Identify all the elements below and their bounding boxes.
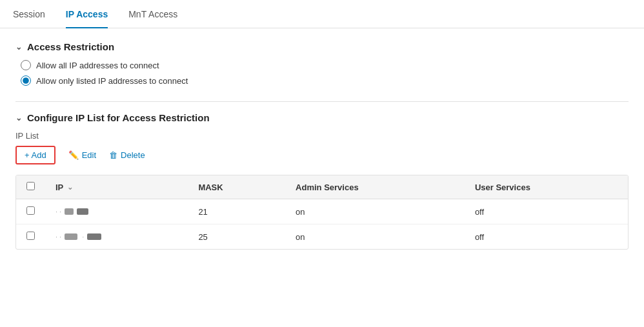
- radio-allow-all[interactable]: Allow all IP addresses to connect: [21, 60, 629, 70]
- ip-list-label: IP List: [15, 131, 629, 141]
- access-radio-group: Allow all IP addresses to connect Allow …: [21, 60, 629, 86]
- ip-dots-3: ·: [82, 233, 84, 241]
- row2-mask: 25: [188, 224, 285, 250]
- row2-user: off: [465, 224, 628, 250]
- row2-checkbox-cell: [16, 224, 45, 250]
- row1-checkbox-cell: [16, 199, 45, 224]
- table-row: · · · 25 on off: [16, 224, 628, 250]
- th-ip[interactable]: IP ⌄: [45, 175, 188, 199]
- ip-list-section: ⌄ Configure IP List for Access Restricti…: [15, 112, 629, 250]
- ip-block-4: [87, 233, 101, 240]
- ip-dot-1: · ·: [55, 208, 61, 215]
- edit-button[interactable]: ✏️ Edit: [68, 150, 96, 160]
- table-header-row: IP ⌄ MASK Admin Services User Services: [16, 175, 628, 199]
- radio-allow-listed[interactable]: Allow only listed IP addresses to connec…: [21, 75, 629, 86]
- tab-ip-access[interactable]: IP Access: [66, 0, 108, 28]
- ip-block-2: [77, 208, 88, 215]
- edit-label: Edit: [82, 150, 96, 160]
- radio-allow-listed-label: Allow only listed IP addresses to connec…: [36, 76, 188, 86]
- add-button[interactable]: + Add: [15, 146, 55, 164]
- pencil-icon: ✏️: [68, 150, 79, 160]
- ip-list-toolbar: + Add ✏️ Edit 🗑 Delete: [15, 146, 629, 164]
- trash-icon: 🗑: [109, 150, 117, 160]
- masked-ip-2: · · ·: [55, 233, 177, 241]
- row2-checkbox[interactable]: [26, 232, 35, 240]
- ip-block-1: [65, 208, 74, 215]
- section-divider: [15, 101, 629, 102]
- access-restriction-section: ⌄ Access Restriction Allow all IP addres…: [15, 41, 629, 86]
- delete-button[interactable]: 🗑 Delete: [109, 150, 145, 160]
- ip-table-wrapper: IP ⌄ MASK Admin Services User Services: [15, 175, 629, 250]
- th-user: User Services: [465, 175, 628, 199]
- ip-table: IP ⌄ MASK Admin Services User Services: [16, 175, 628, 249]
- th-ip-label: IP: [55, 183, 63, 192]
- row1-user: off: [465, 199, 628, 224]
- row1-admin: on: [285, 199, 465, 224]
- delete-label: Delete: [121, 150, 145, 160]
- main-content: ⌄ Access Restriction Allow all IP addres…: [0, 28, 644, 278]
- ip-list-section-title: Configure IP List for Access Restriction: [27, 112, 210, 123]
- tab-session[interactable]: Session: [13, 0, 45, 28]
- select-all-checkbox[interactable]: [26, 182, 35, 190]
- row1-mask: 21: [188, 199, 285, 224]
- tab-mnt-access[interactable]: MnT Access: [128, 0, 177, 28]
- chevron-icon: ⌄: [15, 43, 22, 52]
- radio-allow-all-input[interactable]: [21, 60, 31, 70]
- access-restriction-header[interactable]: ⌄ Access Restriction: [15, 41, 629, 52]
- ip-block-3: [65, 233, 77, 240]
- row2-ip: · · ·: [45, 224, 188, 250]
- row1-checkbox[interactable]: [26, 206, 35, 215]
- access-restriction-title: Access Restriction: [27, 41, 114, 52]
- radio-allow-all-label: Allow all IP addresses to connect: [36, 61, 159, 70]
- th-mask: MASK: [188, 175, 285, 199]
- table-row: · · 21 on off: [16, 199, 628, 224]
- radio-allow-listed-input[interactable]: [21, 75, 31, 86]
- ip-list-section-header[interactable]: ⌄ Configure IP List for Access Restricti…: [15, 112, 629, 123]
- chevron-icon-2: ⌄: [15, 114, 22, 123]
- row1-ip: · ·: [45, 199, 188, 224]
- th-checkbox: [16, 175, 45, 199]
- ip-dots-2: · ·: [55, 233, 61, 241]
- th-admin: Admin Services: [285, 175, 465, 199]
- masked-ip-1: · ·: [55, 208, 177, 215]
- sort-icon: ⌄: [67, 183, 73, 192]
- row2-admin: on: [285, 224, 465, 250]
- tabs-bar: Session IP Access MnT Access: [0, 0, 644, 28]
